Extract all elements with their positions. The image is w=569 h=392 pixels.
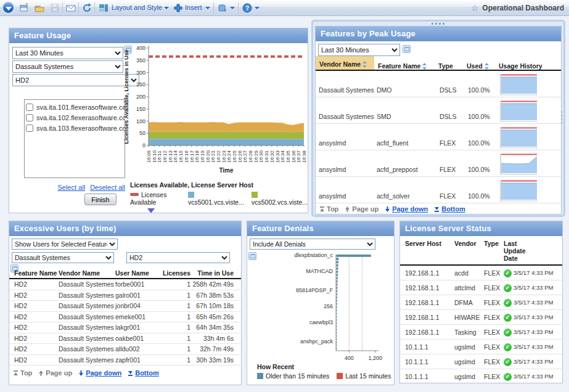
host-checkbox[interactable] bbox=[26, 104, 33, 111]
denial-bar bbox=[337, 316, 337, 318]
column-header-last-update: Last Update Date bbox=[504, 240, 533, 262]
refresh-icon[interactable] bbox=[81, 2, 92, 14]
toolbar-separator bbox=[213, 2, 214, 13]
legend-page-down-icon[interactable] bbox=[147, 208, 155, 213]
theme-icon[interactable] bbox=[217, 2, 228, 14]
cell-vendor: ugslmd bbox=[454, 358, 484, 365]
insert-caret-icon[interactable] bbox=[205, 7, 210, 9]
x-tick-label: 16:35 bbox=[285, 150, 291, 163]
new-icon[interactable] bbox=[18, 2, 30, 14]
denial-bar bbox=[337, 335, 337, 337]
cell-vendor: Dassault Systemes bbox=[59, 322, 115, 333]
cell-last-update: 3/5/17 4:33 PM bbox=[514, 269, 557, 276]
usage-history-sparkline bbox=[499, 125, 539, 149]
cell-vendor: Dassault Systemes bbox=[319, 113, 374, 120]
layout-caret-icon[interactable] bbox=[164, 7, 169, 9]
drag-handle-icon[interactable] bbox=[432, 23, 446, 25]
cell-user: jonbr004 bbox=[115, 301, 166, 311]
host-checkbox[interactable] bbox=[26, 125, 33, 132]
toolbar-separator bbox=[78, 2, 79, 13]
layout-icon[interactable] bbox=[98, 2, 109, 14]
denial-bar bbox=[337, 293, 338, 295]
denial-bar bbox=[337, 267, 338, 270]
category-label: dlexpbstation_c bbox=[294, 252, 333, 258]
column-header-vendor[interactable]: Vendor Name bbox=[316, 56, 374, 70]
y-tick-label: 50 bbox=[139, 130, 145, 136]
denials-filter-select[interactable]: Include All Denials bbox=[250, 239, 375, 250]
table-row: 192.168.1.1HIWAREFLEX✓3/5/17 4:33 PM bbox=[400, 310, 562, 325]
maximize-icon[interactable] bbox=[403, 45, 411, 53]
cell-server-host: 10.1.1.1 bbox=[400, 373, 454, 380]
cell-vendor: Dassault Systemes bbox=[59, 279, 115, 290]
cell-vendor: ugslmd bbox=[454, 343, 484, 351]
table-row: 10.1.1.1ugslmdFLEX✓3/5/17 4:33 PM bbox=[400, 369, 562, 383]
pagination-bottom[interactable]: Bottom bbox=[434, 205, 465, 213]
time-range-select[interactable]: Last 30 Minutes bbox=[318, 44, 400, 56]
category-label: caewbpl3 bbox=[309, 319, 333, 325]
insert-menu[interactable]: Insert bbox=[185, 4, 202, 11]
legend-swatch bbox=[257, 373, 263, 379]
cell-feature: HD2 bbox=[9, 290, 59, 301]
column-header-feature[interactable]: Feature Name bbox=[9, 267, 59, 277]
denial-bar bbox=[337, 348, 337, 350]
help-icon[interactable]: ? bbox=[242, 2, 253, 14]
email-icon[interactable] bbox=[65, 2, 76, 14]
toolbar-separator bbox=[94, 2, 95, 13]
cell-vendor: Dassault Systemes bbox=[319, 86, 374, 94]
vendor-select[interactable]: Dassault Systemes bbox=[12, 60, 123, 73]
denial-bar bbox=[337, 319, 337, 321]
cell-feature: SMD bbox=[377, 113, 391, 120]
column-header-type[interactable]: Type bbox=[438, 56, 467, 70]
category-label: 256 bbox=[324, 303, 333, 309]
cell-vendor: ansyslmd bbox=[319, 139, 346, 147]
select-all-link[interactable]: Select all bbox=[57, 184, 85, 191]
x-tick-label: 1,200 bbox=[368, 355, 382, 361]
help-caret-icon[interactable] bbox=[255, 7, 260, 9]
legend-title: How Recent bbox=[257, 363, 294, 370]
column-header-feature[interactable]: Feature Name bbox=[378, 56, 438, 70]
column-header-used[interactable]: Used bbox=[467, 56, 499, 70]
y-axis-label: Licenses Available, Licenses in Use bbox=[123, 50, 129, 144]
cell-licenses: 1 bbox=[166, 333, 190, 344]
app-menu-button[interactable] bbox=[2, 1, 15, 14]
denial-bar bbox=[337, 258, 339, 260]
legend-item: Older than 15 minutes bbox=[257, 372, 329, 380]
pagination-page-down[interactable]: Page down bbox=[385, 205, 428, 213]
time-range-select[interactable]: Last 30 Minutes bbox=[12, 47, 123, 59]
pagination-bottom[interactable]: Bottom bbox=[128, 369, 159, 377]
denial-bar bbox=[337, 309, 337, 311]
x-tick-label: 16:30 bbox=[258, 150, 264, 163]
open-folder-icon[interactable] bbox=[34, 2, 45, 14]
mode-select[interactable]: Show Users for Selected Feature bbox=[12, 239, 118, 250]
host-checkbox[interactable] bbox=[26, 114, 33, 121]
denial-bar bbox=[337, 325, 337, 327]
panel-title: Feature Denials bbox=[247, 221, 394, 236]
pagination-page-down[interactable]: Page down bbox=[78, 369, 121, 377]
host-list-item: sva.ita.103.flexerasoftware.com bbox=[26, 123, 123, 133]
denial-bar bbox=[337, 290, 338, 292]
excessive-users-panel: Excessive Users (by time) Show Users for… bbox=[9, 221, 242, 385]
denial-bar bbox=[337, 303, 337, 305]
theme-caret-icon[interactable] bbox=[230, 7, 235, 9]
denial-bar bbox=[337, 345, 337, 347]
cell-last-update: 3/5/17 4:33 PM bbox=[514, 284, 557, 291]
table-row: ansyslmdacfd_fluentFLEX100.0% bbox=[316, 124, 561, 150]
cell-feature: HD2 bbox=[9, 344, 59, 354]
cell-server-host: 192.168.1.1 bbox=[400, 299, 454, 306]
column-header-user[interactable]: User Name bbox=[115, 267, 166, 277]
column-header-licenses[interactable]: Licenses bbox=[166, 267, 190, 277]
vendor-select[interactable]: Dassault Systemes bbox=[12, 252, 114, 263]
layout-and-style-menu[interactable]: Layout and Style bbox=[112, 4, 162, 11]
column-header-vendor[interactable]: Vendor Name bbox=[59, 267, 115, 277]
column-header-time[interactable]: Time in Use bbox=[190, 267, 234, 277]
x-tick-label: 16:11 bbox=[157, 150, 162, 163]
deselect-all-link[interactable]: Deselect all bbox=[90, 184, 125, 191]
favorite-star-icon[interactable]: ☆ bbox=[471, 4, 479, 12]
legend-item: vcs5001.vcs.viste... bbox=[188, 191, 244, 206]
feature-select[interactable]: HD2 bbox=[12, 74, 139, 86]
finish-button[interactable]: Finish bbox=[84, 194, 117, 205]
chevron-down-icon bbox=[6, 7, 12, 10]
insert-plus-icon[interactable] bbox=[173, 2, 184, 14]
denial-bar bbox=[337, 284, 338, 286]
feature-select[interactable]: HD2 bbox=[126, 252, 230, 263]
